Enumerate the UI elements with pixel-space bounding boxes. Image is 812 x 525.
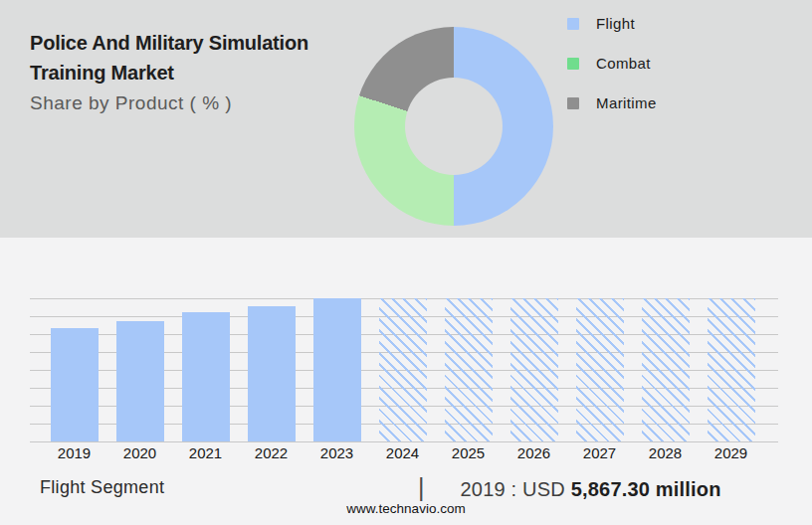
top-panel: Police And Military Simulation Training …: [0, 0, 812, 238]
segment-value: 2019 : USD 5,867.30 million: [461, 478, 721, 501]
chart-subtitle: Share by Product ( % ): [30, 92, 368, 114]
forecast-bar-2028: [642, 298, 690, 441]
bar-2021: [182, 312, 230, 441]
x-tick-2025: 2025: [436, 444, 502, 462]
flight-swatch-icon: [567, 18, 579, 30]
bar-2022: [248, 306, 296, 441]
title-line-1: Police And Military Simulation: [30, 28, 368, 58]
x-tick-2027: 2027: [567, 444, 633, 462]
bar-chart-panel: 2019202020212022202320242025202620272028…: [0, 238, 812, 525]
forecast-bar-2029: [708, 298, 755, 441]
forecast-bar-2027: [576, 298, 624, 441]
x-tick-2026: 2026: [502, 444, 567, 462]
donut-chart: [354, 27, 553, 226]
forecast-bar-2024: [379, 298, 427, 441]
bar-chart-plot: [30, 298, 778, 442]
segment-value-amount: 5,867.30 million: [571, 478, 721, 500]
combat-swatch-icon: [567, 58, 579, 70]
forecast-bar-2025: [445, 298, 493, 441]
segment-label: Flight Segment: [40, 477, 164, 498]
legend-label: Maritime: [596, 94, 657, 111]
legend-item-combat: Combat: [567, 56, 657, 71]
legend-label: Combat: [596, 55, 651, 72]
x-tick-2019: 2019: [42, 444, 107, 462]
separator-bar: |: [418, 474, 425, 501]
x-tick-2029: 2029: [699, 444, 764, 462]
x-tick-2020: 2020: [107, 444, 173, 462]
title-line-2: Training Market: [30, 58, 368, 88]
x-tick-2024: 2024: [370, 444, 436, 462]
legend-item-flight: Flight: [567, 16, 657, 31]
page-title: Police And Military Simulation Training …: [30, 28, 368, 88]
segment-value-line: | 2019 : USD 5,867.30 million: [418, 474, 721, 501]
x-tick-2023: 2023: [304, 444, 370, 462]
donut-hole: [405, 78, 503, 175]
x-tick-2022: 2022: [239, 444, 304, 462]
bar-2020: [116, 321, 164, 441]
maritime-swatch-icon: [567, 97, 579, 109]
bar-2023: [313, 298, 361, 441]
donut-legend: FlightCombatMaritime: [567, 16, 657, 135]
website-url: www.technavio.com: [0, 501, 812, 516]
forecast-bar-2026: [510, 298, 558, 441]
legend-item-maritime: Maritime: [567, 95, 657, 110]
segment-value-prefix: 2019 : USD: [461, 478, 571, 500]
x-tick-2021: 2021: [173, 444, 239, 462]
bar-2019: [51, 328, 99, 441]
legend-label: Flight: [596, 15, 635, 32]
market-infographic: Police And Military Simulation Training …: [0, 0, 812, 525]
x-tick-2028: 2028: [633, 444, 699, 462]
title-block: Police And Military Simulation Training …: [30, 28, 368, 114]
